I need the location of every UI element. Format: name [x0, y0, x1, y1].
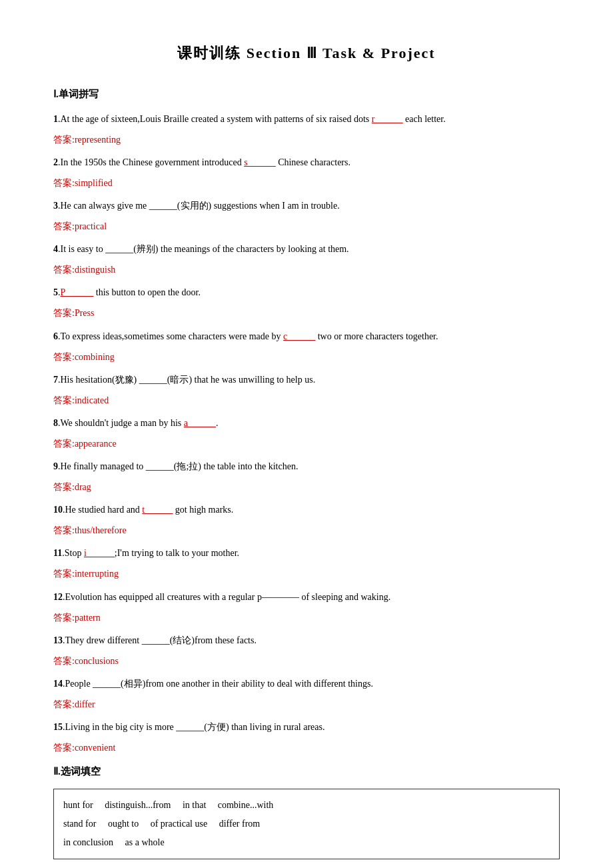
question-9: 9.He finally managed to ______(拖;拉) the … — [53, 457, 560, 476]
question-4: 4.It is easy to ______(辨别) the meanings … — [53, 240, 560, 259]
question-15: 15.Living in the big city is more ______… — [53, 718, 560, 737]
box-line-3: in conclusion as a whole — [63, 833, 550, 852]
page-title: 课时训练 Section Ⅲ Task & Project — [53, 40, 560, 67]
answer-13: 答案:conclusions — [53, 653, 560, 669]
question-6: 6.To express ideas,sometimes some charac… — [53, 327, 560, 346]
question-1: 1.At the age of sixteen,Louis Braille cr… — [53, 110, 560, 129]
answer-3: 答案:practical — [53, 218, 560, 235]
answer-7: 答案:indicated — [53, 392, 560, 409]
question-12: 12.Evolution has equipped all creatures … — [53, 588, 560, 607]
question-5: 5.P______ this button to open the door. — [53, 283, 560, 302]
answer-12: 答案:pattern — [53, 609, 560, 626]
question-14: 14.People ______(相异)from one another in … — [53, 675, 560, 693]
question-8: 8.We shouldn't judge a man by his a_____… — [53, 414, 560, 433]
answer-15: 答案:convenient — [53, 739, 560, 756]
answer-5: 答案:Press — [53, 305, 560, 321]
question-3: 3.He can always give me ______(实用的) sugg… — [53, 197, 560, 215]
answer-6: 答案:combining — [53, 349, 560, 365]
answer-1: 答案:representing — [53, 131, 560, 148]
section2-title: Ⅱ.选词填空 — [53, 763, 560, 781]
box-line-1: hunt for distinguish...from in that comb… — [63, 796, 550, 815]
question-7: 7.His hesitation(犹豫) ______(暗示) that he … — [53, 371, 560, 389]
word-box: hunt for distinguish...from in that comb… — [53, 789, 560, 859]
question-13: 13.They drew different ______(结论)from th… — [53, 631, 560, 650]
section1-title: Ⅰ.单词拼写 — [53, 85, 560, 103]
answer-10: 答案:thus/therefore — [53, 522, 560, 539]
answer-2: 答案:simplified — [53, 175, 560, 191]
question-2: 2.In the 1950s the Chinese government in… — [53, 153, 560, 172]
answer-9: 答案:drag — [53, 479, 560, 495]
answer-4: 答案:distinguish — [53, 261, 560, 278]
question-11: 11.Stop i______;I'm trying to talk to yo… — [53, 544, 560, 563]
answer-11: 答案:interrupting — [53, 565, 560, 582]
answer-14: 答案:differ — [53, 696, 560, 713]
box-line-2: stand for ought to of practical use diff… — [63, 815, 550, 833]
question-10: 10.He studied hard and t______ got high … — [53, 501, 560, 519]
answer-8: 答案:appearance — [53, 435, 560, 452]
